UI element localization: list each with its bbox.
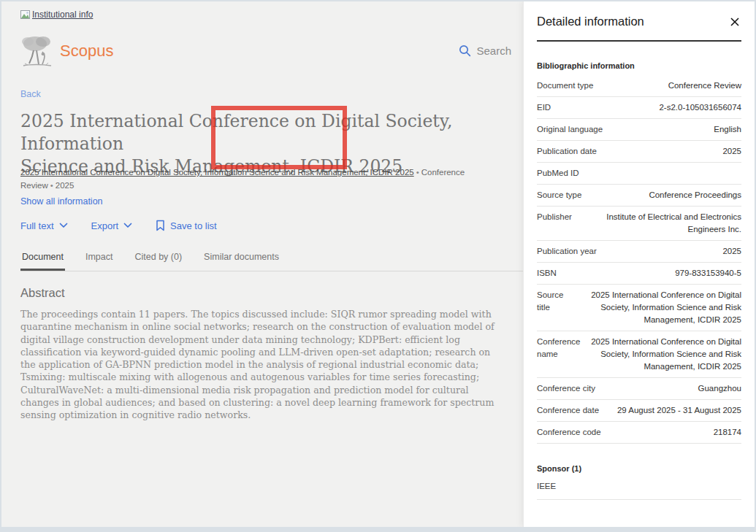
- save-to-list-button[interactable]: Save to list: [156, 220, 217, 231]
- institutional-info-link[interactable]: Institutional info: [20, 9, 93, 20]
- document-title-line1: 2025 International Conference on Digital…: [20, 110, 494, 155]
- browser-window: Institutional info Scopus: [1, 1, 755, 527]
- bullet-separator: •: [414, 168, 421, 177]
- show-all-information-link[interactable]: Show all information: [20, 196, 103, 207]
- scopus-wordmark[interactable]: Scopus: [60, 42, 113, 61]
- chevron-down-icon: [59, 223, 68, 228]
- detail-label: PubMed ID: [537, 167, 733, 180]
- detail-label: Document type: [537, 80, 660, 92]
- detail-row-conference-date: Conference date 29 August 2025 - 31 Augu…: [537, 400, 741, 422]
- abstract-heading: Abstract: [20, 286, 65, 300]
- source-title-link[interactable]: 2025 International Conference on Digital…: [20, 168, 414, 177]
- detail-value: Institute of Electrical and Electronics …: [581, 211, 741, 236]
- abstract-text: The proceedings contain 11 papers. The t…: [20, 308, 504, 422]
- detail-row-conference-code: Conference code 218174: [537, 422, 741, 444]
- detail-label: Publication year: [537, 245, 714, 258]
- bibliographic-rows: Document type Conference Review EID 2-s2…: [537, 75, 741, 444]
- panel-title: Detailed information: [537, 15, 644, 28]
- document-tabs: Document Impact Cited by (0) Similar doc…: [20, 252, 523, 271]
- detail-label: ISBN: [537, 267, 666, 280]
- institutional-info-label: Institutional info: [32, 9, 93, 20]
- source-year-text: 2025: [56, 181, 75, 190]
- detail-value: Guangzhou: [698, 382, 741, 395]
- bibliographic-section-heading: Bibliographic information: [537, 61, 741, 70]
- save-to-list-label: Save to list: [170, 220, 217, 231]
- detail-label: Conference city: [537, 382, 690, 395]
- panel-divider: [537, 40, 741, 42]
- chevron-down-icon: [123, 223, 132, 228]
- panel-header: Detailed information: [537, 15, 741, 28]
- tab-similar-documents[interactable]: Similar documents: [202, 252, 280, 271]
- detail-value: Conference Proceedings: [649, 189, 741, 201]
- detail-label: Publisher: [537, 211, 572, 236]
- detail-value: 2025: [722, 145, 741, 158]
- search-label: Search: [476, 45, 511, 57]
- full-text-label: Full text: [20, 220, 54, 231]
- detail-value: 2-s2.0-105031656074: [659, 101, 741, 114]
- sponsor-item: IEEE: [537, 482, 741, 500]
- detail-row-conference-city: Conference city Guangzhou: [537, 378, 741, 400]
- detail-label: Original language: [537, 123, 705, 136]
- bookmark-icon: [156, 220, 165, 231]
- detail-row-source-type: Source type Conference Proceedings: [537, 185, 741, 207]
- broken-image-icon: [20, 10, 30, 19]
- source-line: 2025 International Conference on Digital…: [20, 166, 499, 192]
- tab-document[interactable]: Document: [20, 252, 65, 271]
- detail-row-original-language: Original language English: [537, 119, 741, 141]
- detail-value: 29 August 2025 - 31 August 2025: [617, 404, 741, 417]
- search-button[interactable]: Search: [459, 45, 511, 57]
- export-label: Export: [91, 220, 119, 231]
- close-icon[interactable]: [728, 15, 741, 28]
- detail-value: Conference Review: [668, 80, 741, 92]
- detail-label: Source type: [537, 189, 640, 201]
- detail-row-pubmed-id: PubMed ID: [537, 163, 741, 185]
- detail-value: 218174: [714, 426, 741, 439]
- main-content: Institutional info Scopus: [1, 1, 523, 527]
- detail-label: EID: [537, 101, 650, 114]
- detail-label: Source title: [537, 289, 563, 326]
- detail-row-publisher: Publisher Institute of Electrical and El…: [537, 207, 741, 241]
- detail-value: 979-833153940-5: [675, 267, 741, 280]
- detail-label: Conference name: [537, 336, 580, 373]
- detail-row-eid: EID 2-s2.0-105031656074: [537, 97, 741, 119]
- elsevier-logo[interactable]: [20, 34, 54, 69]
- bullet-separator: •: [48, 181, 56, 190]
- detailed-information-panel: Detailed information Bibliographic infor…: [523, 1, 755, 527]
- detail-value: 2025 International Conference on Digital…: [572, 289, 741, 326]
- detail-row-document-type: Document type Conference Review: [537, 75, 741, 97]
- back-link[interactable]: Back: [20, 89, 41, 99]
- tab-cited-by[interactable]: Cited by (0): [134, 252, 184, 271]
- tab-impact[interactable]: Impact: [84, 252, 115, 271]
- detail-label: Publication date: [537, 145, 714, 158]
- sponsor-section-heading: Sponsor (1): [537, 464, 741, 473]
- detail-row-publication-date: Publication date 2025: [537, 141, 741, 163]
- detail-value: 2025 International Conference on Digital…: [589, 336, 741, 373]
- detail-row-source-title: Source title 2025 International Conferen…: [537, 285, 741, 331]
- detail-row-publication-year: Publication year 2025: [537, 241, 741, 263]
- detail-value: English: [714, 123, 741, 136]
- action-bar: Full text Export Save to list: [20, 220, 217, 231]
- search-icon: [459, 45, 471, 57]
- detail-label: Conference code: [537, 426, 705, 439]
- detail-value: 2025: [722, 245, 741, 258]
- detail-row-conference-name: Conference name 2025 International Confe…: [537, 331, 741, 378]
- export-button[interactable]: Export: [91, 220, 133, 231]
- full-text-button[interactable]: Full text: [20, 220, 68, 231]
- detail-row-isbn: ISBN 979-833153940-5: [537, 263, 741, 285]
- detail-label: Conference date: [537, 404, 608, 417]
